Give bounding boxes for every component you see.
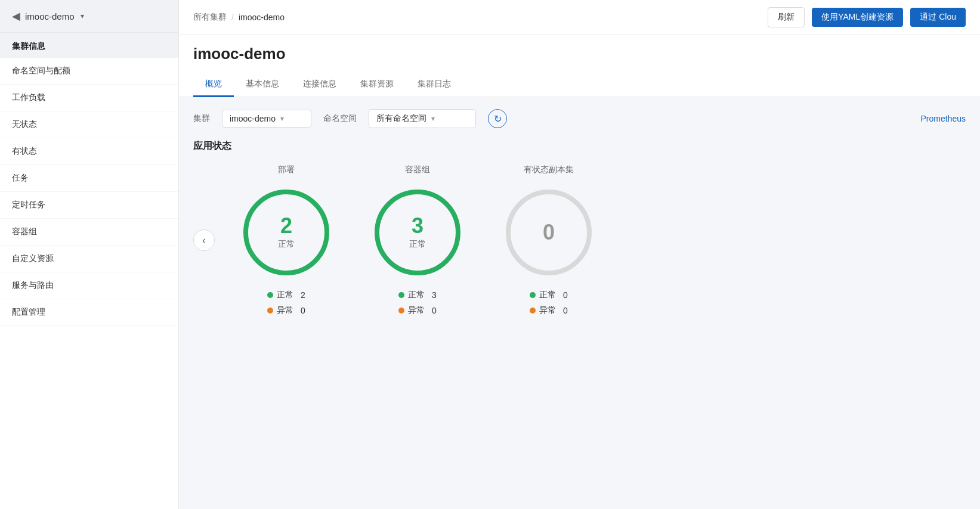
sidebar-item-namespace[interactable]: 命名空间与配额 (0, 58, 178, 85)
statefulset-normal-label: 正常 (539, 290, 556, 300)
pod-abnormal-count: 0 (432, 306, 437, 315)
statefulset-legend: 正常 0 异常 0 (530, 290, 568, 316)
sidebar-item-pod[interactable]: 容器组 (0, 219, 178, 246)
deployment-abnormal-dot (267, 308, 273, 314)
breadcrumb-all-clusters[interactable]: 所有集群 (193, 12, 227, 23)
pod-normal-label: 正常 (408, 290, 425, 300)
namespace-filter-label: 命名空间 (323, 113, 357, 124)
status-cards: 部署 2 正常 (215, 165, 966, 316)
statefulset-legend-normal: 正常 0 (530, 290, 568, 300)
page-header: imooc-demo 概览 基本信息 连接信息 集群资源 集群日志 (179, 35, 980, 97)
deployment-number: 2 (280, 215, 292, 237)
deployment-status-text: 正常 (278, 239, 295, 250)
sidebar-item-job[interactable]: 任务 (0, 165, 178, 192)
sidebar-item-custom-resource[interactable]: 自定义资源 (0, 246, 178, 272)
pod-abnormal-dot (398, 308, 404, 314)
breadcrumb: 所有集群 / imooc-demo (193, 12, 285, 23)
pod-legend: 正常 3 异常 0 (398, 290, 437, 316)
statefulset-abnormal-dot (530, 308, 536, 314)
statefulset-legend-abnormal: 异常 0 (530, 305, 568, 316)
cloud-button[interactable]: 通过 Clou (910, 8, 966, 27)
statefulset-card-title: 有状态副本集 (524, 165, 574, 175)
filter-bar: 集群 imooc-demo ▾ 命名空间 所有命名空间 ▾ ↻ Promethe… (193, 109, 966, 128)
topbar-actions: 刷新 使用YAML创建资源 通过 Clou (768, 7, 966, 27)
page-title: imooc-demo (193, 45, 966, 63)
topbar: 所有集群 / imooc-demo 刷新 使用YAML创建资源 通过 Clou (179, 0, 980, 35)
statefulset-circle: 0 (501, 185, 596, 280)
sidebar-section-cluster-info: 集群信息 (0, 33, 178, 58)
sidebar-item-workload[interactable]: 工作负载 (0, 85, 178, 111)
pod-legend-normal: 正常 3 (398, 290, 437, 300)
sidebar-item-stateless[interactable]: 无状态 (0, 111, 178, 138)
statefulset-number: 0 (543, 222, 555, 243)
app-status-section: 应用状态 ‹ 部署 2 正常 (193, 140, 966, 316)
cluster-select[interactable]: imooc-demo ▾ (222, 110, 311, 128)
tab-overview[interactable]: 概览 (193, 73, 234, 97)
cluster-select-arrow-icon: ▾ (280, 114, 284, 123)
tab-cluster-resource[interactable]: 集群资源 (348, 73, 406, 97)
statefulset-circle-center: 0 (543, 222, 555, 243)
status-card-pod: 容器组 3 正常 (370, 165, 465, 316)
namespace-refresh-icon[interactable]: ↻ (488, 109, 507, 128)
deployment-circle-center: 2 正常 (278, 215, 295, 250)
refresh-button[interactable]: 刷新 (768, 7, 805, 27)
pod-normal-dot (398, 292, 404, 298)
sidebar-item-service-route[interactable]: 服务与路由 (0, 272, 178, 299)
namespace-select-value: 所有命名空间 (376, 113, 426, 124)
pod-abnormal-label: 异常 (408, 305, 425, 316)
pod-circle-center: 3 正常 (409, 215, 426, 250)
tabs: 概览 基本信息 连接信息 集群资源 集群日志 (193, 73, 966, 97)
cluster-dropdown-icon: ▾ (81, 12, 84, 20)
sidebar-cluster-header[interactable]: ◀ imooc-demo ▾ (0, 0, 178, 33)
tab-basic-info[interactable]: 基本信息 (234, 73, 291, 97)
namespace-select-arrow-icon: ▾ (431, 114, 435, 123)
pod-circle: 3 正常 (370, 185, 465, 280)
sidebar-item-stateful[interactable]: 有状态 (0, 138, 178, 165)
statefulset-abnormal-count: 0 (563, 306, 568, 315)
carousel-prev-button[interactable]: ‹ (193, 229, 215, 251)
breadcrumb-separator: / (231, 13, 234, 22)
status-card-deployment: 部署 2 正常 (239, 165, 334, 316)
pod-number: 3 (412, 215, 423, 237)
sidebar: ◀ imooc-demo ▾ 集群信息 命名空间与配额 工作负载 无状态 有状态… (0, 0, 179, 509)
statefulset-normal-count: 0 (563, 290, 568, 300)
deployment-legend-abnormal: 异常 0 (267, 305, 305, 316)
main-content: 所有集群 / imooc-demo 刷新 使用YAML创建资源 通过 Clou … (179, 0, 980, 509)
pod-card-title: 容器组 (405, 165, 430, 175)
status-card-statefulset: 有状态副本集 0 正常 (501, 165, 596, 316)
deployment-legend: 正常 2 异常 0 (267, 290, 305, 316)
status-carousel: ‹ 部署 2 正常 (193, 165, 966, 316)
deployment-normal-dot (267, 292, 273, 298)
deployment-normal-count: 2 (301, 290, 305, 300)
sidebar-item-cronjob[interactable]: 定时任务 (0, 192, 178, 219)
cluster-filter-label: 集群 (193, 113, 210, 124)
deployment-card-title: 部署 (278, 165, 295, 175)
namespace-select[interactable]: 所有命名空间 ▾ (369, 109, 476, 128)
statefulset-normal-dot (530, 292, 536, 298)
pod-normal-count: 3 (432, 290, 437, 300)
sidebar-item-config[interactable]: 配置管理 (0, 299, 178, 326)
sidebar-nav: 集群信息 命名空间与配额 工作负载 无状态 有状态 任务 定时任务 容器组 自定… (0, 33, 178, 509)
app-status-title: 应用状态 (193, 140, 966, 153)
cluster-select-value: imooc-demo (230, 114, 276, 123)
back-icon: ◀ (12, 10, 20, 23)
deployment-normal-label: 正常 (277, 290, 293, 300)
yaml-create-button[interactable]: 使用YAML创建资源 (812, 8, 903, 27)
pod-status-text: 正常 (409, 239, 426, 250)
sidebar-cluster-name: imooc-demo (25, 11, 75, 21)
deployment-abnormal-label: 异常 (277, 305, 293, 316)
prometheus-link[interactable]: Prometheus (921, 114, 966, 123)
pod-legend-abnormal: 异常 0 (398, 305, 437, 316)
tab-connection[interactable]: 连接信息 (291, 73, 348, 97)
breadcrumb-current: imooc-demo (239, 13, 285, 22)
tab-cluster-log[interactable]: 集群日志 (406, 73, 463, 97)
deployment-legend-normal: 正常 2 (267, 290, 305, 300)
deployment-circle: 2 正常 (239, 185, 334, 280)
statefulset-abnormal-label: 异常 (539, 305, 556, 316)
content-area: 集群 imooc-demo ▾ 命名空间 所有命名空间 ▾ ↻ Promethe… (179, 97, 980, 509)
deployment-abnormal-count: 0 (301, 306, 305, 315)
